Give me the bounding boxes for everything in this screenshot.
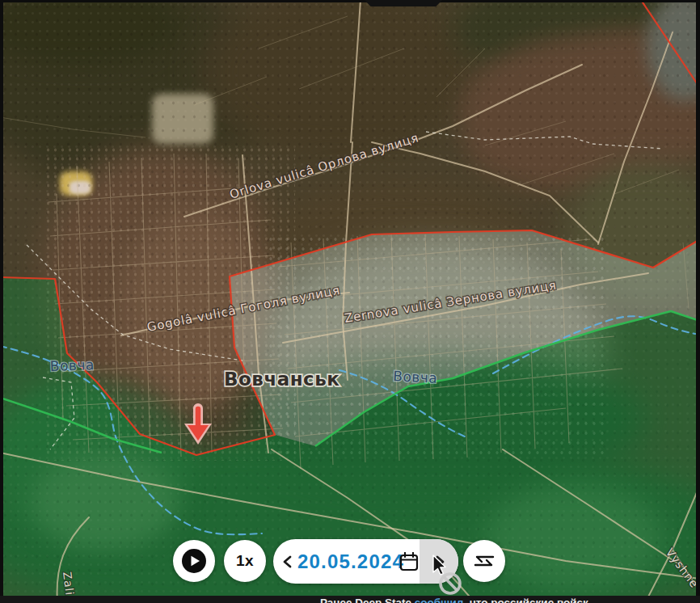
status-link[interactable]: сообщил [415,597,464,603]
status-text-suffix: , что российские войск [463,597,588,603]
speed-label: 1x [236,552,254,570]
status-ticker: Ранее Deep State сообщил, что российские… [0,596,700,603]
chevron-left-icon [280,554,297,570]
frame-right [696,0,700,603]
frame-left [0,0,3,603]
urban-texture-west [44,145,295,461]
calendar-button[interactable] [398,551,420,572]
swap-arrows-icon [473,552,495,570]
status-text: Ранее Deep State сообщил, что российские… [320,597,588,603]
calendar-icon [399,552,419,571]
frame-top [0,0,700,2]
app-window: Orlova vulicâ Орлова вулиця Gogolâ vulic… [0,0,700,603]
play-button[interactable] [173,540,215,582]
top-notch [365,0,442,6]
chevron-right-icon [432,554,448,570]
date-control: 20.05.2024 [273,539,458,584]
status-text-prefix: Ранее Deep State [320,597,415,603]
urban-texture-east [267,234,606,461]
compare-button[interactable] [463,540,505,582]
date-value[interactable]: 20.05.2024 [306,539,396,584]
prev-date-button[interactable] [280,554,297,570]
play-icon [180,547,208,575]
map-canvas[interactable]: Orlova vulicâ Орлова вулиця Gogolâ vulic… [0,0,700,603]
next-date-button[interactable] [431,554,449,570]
speed-button[interactable]: 1x [224,540,266,582]
